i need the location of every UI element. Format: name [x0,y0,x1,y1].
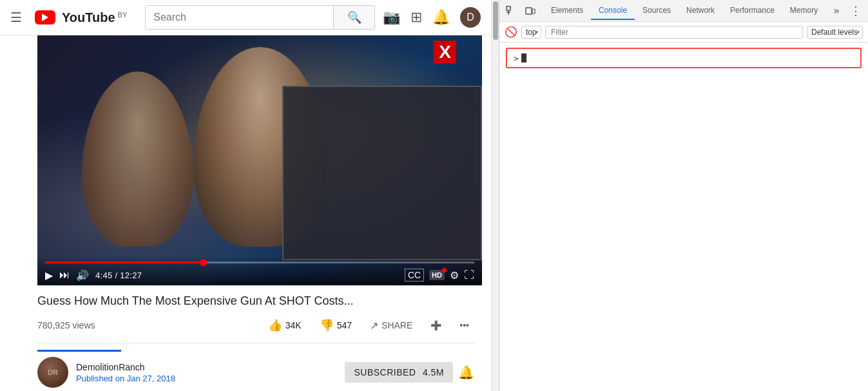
tab-sources[interactable]: Sources [635,2,679,20]
devtools-menu-button[interactable]: ⋮ [846,1,865,20]
context-select-wrapper: top ▾ [521,26,541,39]
more-dots-icon: ••• [459,320,469,330]
time-display: 4:45 / 12:27 [95,271,142,280]
tab-performance[interactable]: Performance [722,2,782,20]
video-section: ▶ ⏭ 🔊 4:45 / 12:27 CC HD ⚙ ⛶ [0,35,491,391]
like-count: 34K [285,320,302,330]
progress-fill [45,262,204,263]
thumbs-down-icon: 👎 [320,318,334,332]
scrollbar[interactable] [491,0,499,391]
search-button[interactable]: 🔍 [333,6,374,29]
cc-button[interactable]: CC [405,269,424,281]
svg-rect-0 [506,6,510,10]
channel-avatar-image: DR [37,357,68,388]
video-controls: ▶ ⏭ 🔊 4:45 / 12:27 CC HD ⚙ ⛶ [37,256,482,285]
tab-memory[interactable]: Memory [782,2,825,20]
console-prompt: > [514,53,519,63]
svg-rect-3 [526,8,532,14]
dislike-button[interactable]: 👎 547 [314,314,357,336]
search-icon: 🔍 [347,10,362,24]
search-input[interactable] [146,6,333,29]
dislike-count: 547 [337,320,352,330]
tab-bar [37,350,474,352]
settings-button[interactable]: ⚙ [450,269,459,281]
console-input-area[interactable]: > [506,48,862,68]
devtools-tabs: Elements Console Sources Network Perform… [543,2,825,20]
clear-console-button[interactable]: 🚫 [505,26,517,38]
menu-icon[interactable]: ☰ [10,10,22,25]
right-controls: CC HD ⚙ ⛶ [405,269,474,281]
add-playlist-icon: ➕ [430,320,441,330]
search-bar: 🔍 [145,5,375,30]
add-to-playlist-button[interactable]: ➕ [425,316,447,334]
youtube-header: ☰ YouTubeBY 🔍 📷 ⊞ 🔔 D [0,0,491,35]
devtools-console-bar: 🚫 top ▾ Default levels Verbose Info Warn… [499,22,868,43]
avatar[interactable]: D [460,7,481,28]
youtube-logo-icon [35,10,55,24]
inspect-icon [506,6,516,16]
inspect-element-button[interactable] [502,3,520,19]
tab-network[interactable]: Network [679,2,722,20]
devtools-toolbar: Elements Console Sources Network Perform… [499,0,868,22]
video-stats-row: 780,925 views 👍 34K 👎 547 ↗ SHARE ➕ • [37,314,474,343]
header-icons: 📷 ⊞ 🔔 D [383,7,481,28]
volume-button[interactable]: 🔊 [76,269,89,281]
console-cursor [521,53,526,62]
youtube-logo-text: YouTube [62,10,115,25]
tab-indicator [37,350,121,352]
more-options-button[interactable]: ••• [454,316,474,334]
context-select[interactable]: top [521,26,541,39]
svg-rect-4 [532,9,535,14]
more-tabs-button[interactable]: » [829,2,844,19]
next-button[interactable]: ⏭ [59,269,70,281]
levels-select-wrapper: Default levels Verbose Info Warnings Err… [807,26,863,39]
channel-avatar[interactable]: DR [37,357,68,388]
hd-badge[interactable]: HD [429,270,445,280]
filter-input[interactable] [545,26,803,39]
video-title: Guess How Much The Most Expensive Gun At… [37,293,474,309]
youtube-logo-region: BY [118,11,128,19]
devtools-panel: Elements Console Sources Network Perform… [499,0,868,391]
subscribe-button[interactable]: SUBSCRIBED 4.5M [345,362,453,383]
progress-bar[interactable] [45,262,474,263]
console-output [499,73,868,391]
channel-name[interactable]: DemolitionRanch [76,362,337,372]
channel-info: DemolitionRanch Published on Jan 27, 201… [76,362,337,383]
device-icon [525,6,535,16]
youtube-logo[interactable]: YouTubeBY [35,10,127,25]
share-button[interactable]: ↗ SHARE [365,316,418,336]
levels-select[interactable]: Default levels Verbose Info Warnings Err… [807,26,863,39]
video-thumbnail [37,35,482,285]
video-player[interactable]: ▶ ⏭ 🔊 4:45 / 12:27 CC HD ⚙ ⛶ [37,35,482,285]
notification-bell-button[interactable]: 🔔 [458,365,474,380]
like-button[interactable]: 👍 34K [263,314,307,336]
scroll-thumb[interactable] [493,1,498,40]
fullscreen-button[interactable]: ⛶ [464,269,474,281]
channel-row: DR DemolitionRanch Published on Jan 27, … [37,357,474,388]
video-info: Guess How Much The Most Expensive Gun At… [37,293,482,388]
youtube-panel: ☰ YouTubeBY 🔍 📷 ⊞ 🔔 D [0,0,491,391]
apps-icon[interactable]: ⊞ [410,9,422,26]
tab-console[interactable]: Console [591,2,635,20]
device-toolbar-button[interactable] [521,3,539,19]
tab-elements[interactable]: Elements [543,2,591,20]
upload-icon[interactable]: 📷 [383,9,400,26]
play-button[interactable]: ▶ [45,269,53,281]
notifications-icon[interactable]: 🔔 [432,9,450,26]
thumbs-up-icon: 👍 [268,318,282,332]
share-icon: ↗ [370,319,378,332]
channel-published: Published on Jan 27, 2018 [76,374,337,383]
view-count: 780,925 views [37,320,255,330]
sub-count: 4.5M [423,367,444,377]
subscribe-row: SUBSCRIBED 4.5M 🔔 [345,362,474,383]
